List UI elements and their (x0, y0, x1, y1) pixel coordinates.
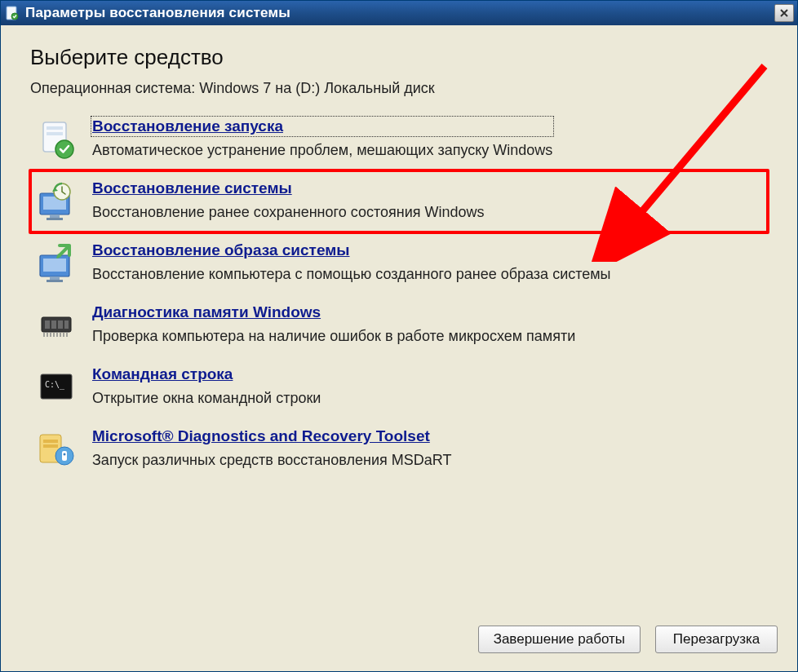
command-prompt-icon: C:\_ (35, 366, 78, 409)
tool-desc: Проверка компьютера на наличие ошибок в … (92, 326, 575, 346)
system-restore-icon (35, 180, 78, 223)
svg-rect-4 (47, 132, 63, 135)
page-heading: Выберите средство (30, 45, 768, 70)
memory-diagnostic-link[interactable]: Диагностика памяти Windows (92, 303, 575, 321)
tool-msdart: Microsoft® Diagnostics and Recovery Tool… (30, 418, 768, 480)
svg-rect-8 (50, 214, 60, 218)
tool-text: Восстановление запуска Автоматическое ус… (92, 117, 552, 160)
svg-rect-34 (62, 451, 67, 461)
svg-rect-3 (47, 126, 63, 130)
command-prompt-link[interactable]: Командная строка (92, 365, 321, 383)
footer: Завершение работы Перезагрузка (1, 616, 797, 671)
startup-repair-icon (35, 118, 78, 161)
tool-text: Microsoft® Diagnostics and Recovery Tool… (92, 427, 451, 470)
svg-rect-31 (43, 440, 58, 443)
svg-rect-18 (58, 321, 63, 329)
svg-rect-13 (50, 276, 60, 280)
tool-desc: Восстановление компьютера с помощью созд… (92, 264, 611, 284)
recovery-options-window: Параметры восстановления системы Выберит… (0, 0, 798, 672)
svg-rect-9 (47, 218, 63, 220)
tool-text: Диагностика памяти Windows Проверка комп… (92, 303, 575, 346)
image-recovery-icon (35, 242, 78, 285)
svg-rect-32 (43, 444, 58, 448)
restart-button[interactable]: Перезагрузка (655, 626, 778, 653)
tool-text: Восстановление образа системы Восстановл… (92, 241, 611, 284)
svg-text:C:\_: C:\_ (45, 380, 65, 390)
titlebar: Параметры восстановления системы (1, 1, 797, 25)
tool-image-recovery: Восстановление образа системы Восстановл… (30, 232, 768, 294)
window-icon (4, 5, 20, 21)
recovery-tools-list: Восстановление запуска Автоматическое ус… (30, 108, 768, 480)
system-restore-link[interactable]: Восстановление системы (92, 179, 485, 197)
msdart-link[interactable]: Microsoft® Diagnostics and Recovery Tool… (92, 427, 451, 445)
window-title: Параметры восстановления системы (25, 5, 774, 21)
tool-system-restore: Восстановление системы Восстановление ра… (29, 169, 769, 234)
close-button[interactable] (774, 4, 794, 22)
tool-text: Восстановление системы Восстановление ра… (92, 179, 485, 222)
tool-text: Командная строка Открытие окна командной… (92, 365, 321, 408)
msdart-icon (35, 428, 78, 471)
tool-memory-diagnostic: Диагностика памяти Windows Проверка комп… (30, 294, 768, 356)
os-info: Операционная система: Windows 7 на (D:) … (30, 80, 768, 97)
svg-point-35 (64, 453, 66, 456)
startup-repair-link[interactable]: Восстановление запуска (92, 117, 552, 135)
tool-desc: Открытие окна командной строки (92, 388, 321, 408)
content-area: Выберите средство Операционная система: … (1, 25, 797, 616)
memory-diagnostic-icon (35, 304, 78, 347)
tool-desc: Восстановление ранее сохраненного состоя… (92, 202, 485, 222)
image-recovery-link[interactable]: Восстановление образа системы (92, 241, 611, 259)
tool-desc: Автоматическое устранение проблем, мешаю… (92, 140, 552, 160)
svg-rect-12 (43, 259, 66, 272)
tool-desc: Запуск различных средств восстановления … (92, 450, 451, 470)
svg-rect-17 (51, 321, 56, 329)
tool-command-prompt: C:\_ Командная строка Открытие окна кома… (30, 356, 768, 418)
tool-startup-repair: Восстановление запуска Автоматическое ус… (30, 108, 768, 170)
shutdown-button[interactable]: Завершение работы (478, 626, 641, 653)
svg-rect-16 (45, 321, 50, 329)
svg-rect-19 (64, 321, 69, 329)
svg-rect-14 (47, 280, 63, 282)
